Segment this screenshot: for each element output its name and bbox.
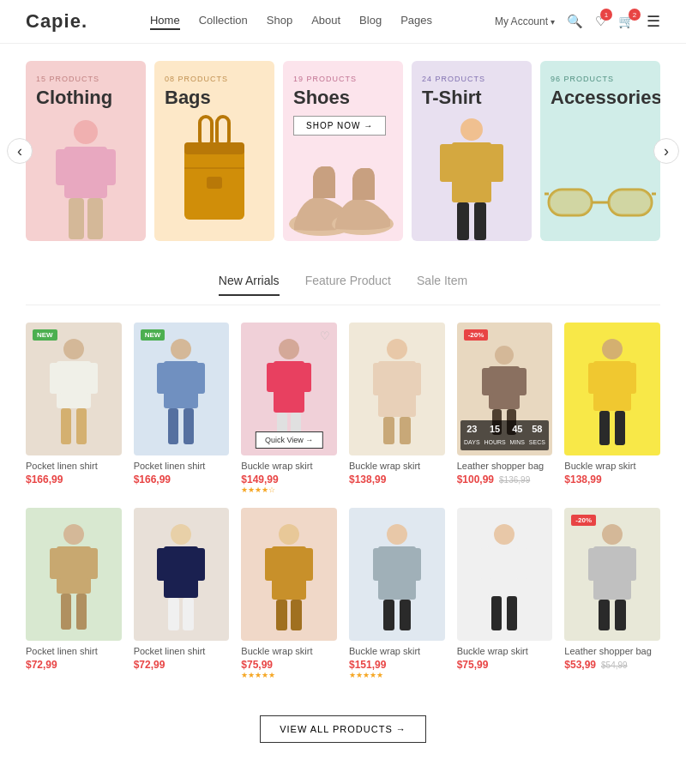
svg-rect-66 xyxy=(50,548,62,579)
svg-rect-80 xyxy=(276,600,287,630)
shoes-figure xyxy=(283,121,403,241)
product-card[interactable]: Buckle wrap skirt $151,99 ★★★★★ xyxy=(349,508,445,681)
product-name: Buckle wrap skirt xyxy=(349,461,445,471)
quick-view-btn[interactable]: Quick View → xyxy=(256,431,322,449)
tab-feature-product[interactable]: Feature Product xyxy=(305,274,391,296)
view-all-button[interactable]: VIEW ALL PRODUCTS → xyxy=(260,715,426,743)
svg-rect-16 xyxy=(452,142,491,202)
svg-rect-4 xyxy=(69,198,84,239)
svg-rect-91 xyxy=(516,548,528,579)
category-card-clothing[interactable]: 15 PRODUCTS Clothing xyxy=(26,61,146,241)
product-card[interactable]: ♡ Quick View → Buckle wrap skirt $149,99… xyxy=(241,323,337,496)
product-card[interactable]: -20% Leather shopper bag $53,99 $54,99 xyxy=(564,508,660,681)
arrow-left-button[interactable]: ‹ xyxy=(7,138,33,164)
clothing-figure xyxy=(26,112,146,241)
product-info: Buckle wrap skirt $75,99 ★★★★★ xyxy=(241,641,337,681)
nav-pages[interactable]: Pages xyxy=(400,14,432,30)
nav-about[interactable]: About xyxy=(311,14,340,30)
wishlist-badge: 1 xyxy=(600,9,612,21)
products-row-2: Pocket linen shirt $72,99 Pocket linen s… xyxy=(26,508,660,681)
product-card[interactable]: Buckle wrap skirt $75,99 ★★★★★ xyxy=(241,508,337,681)
svg-rect-74 xyxy=(168,598,179,630)
product-card[interactable]: NEW Pocket linen shirt $166,99 xyxy=(134,323,230,496)
svg-rect-85 xyxy=(410,548,421,581)
arrow-right-button[interactable]: › xyxy=(653,138,679,164)
product-image: ♡ Quick View → xyxy=(241,323,337,455)
svg-rect-69 xyxy=(76,594,87,630)
svg-rect-87 xyxy=(400,600,411,630)
svg-rect-22 xyxy=(549,190,592,215)
products-row-1: NEW Pocket linen shirt $166,99 NEW Pocke… xyxy=(26,323,660,496)
nav-blog[interactable]: Blog xyxy=(359,14,382,30)
product-info: Pocket linen shirt $72,99 xyxy=(26,641,122,672)
nav-home[interactable]: Home xyxy=(150,14,180,30)
cat-name: Accessories xyxy=(551,87,650,109)
category-card-tshirt[interactable]: 24 PRODUCTS T-Shirt xyxy=(412,61,532,241)
svg-rect-90 xyxy=(480,548,492,579)
svg-rect-24 xyxy=(609,190,652,215)
cat-count: 19 PRODUCTS xyxy=(293,75,393,83)
price-row: $72,99 xyxy=(134,659,230,671)
product-card[interactable]: Buckle wrap skirt $138,99 xyxy=(349,323,445,496)
price-new: $53,99 xyxy=(564,659,596,671)
svg-rect-79 xyxy=(301,548,313,581)
price-row: $72,99 xyxy=(26,659,122,671)
product-card[interactable]: -20% 23 DAYS 15 HOURS 45 MINS xyxy=(457,323,553,496)
product-image xyxy=(564,323,660,455)
header: Capie. Home Collection Shop About Blog P… xyxy=(0,0,686,44)
svg-rect-92 xyxy=(491,596,502,630)
product-image xyxy=(349,508,445,641)
chevron-left-icon: ‹ xyxy=(17,142,22,160)
price-new: $75,99 xyxy=(241,659,273,671)
svg-rect-68 xyxy=(61,594,71,630)
svg-rect-3 xyxy=(100,149,116,185)
price-new: $138,99 xyxy=(564,473,601,485)
category-card-accessories[interactable]: 96 PRODUCTS Accessories xyxy=(540,61,660,241)
product-card[interactable]: NEW Pocket linen shirt $166,99 xyxy=(26,323,122,496)
wishlist-heart[interactable]: ♡ xyxy=(320,329,330,342)
svg-rect-73 xyxy=(193,548,205,581)
svg-rect-42 xyxy=(267,363,279,392)
my-account[interactable]: My Account ▾ xyxy=(495,15,555,27)
svg-rect-60 xyxy=(588,363,599,394)
tab-sale-item[interactable]: Sale Item xyxy=(417,274,467,296)
product-card[interactable]: Buckle wrap skirt $138,99 xyxy=(564,323,660,496)
category-slider: 15 PRODUCTS Clothing 08 PRODUCTS Bags xyxy=(26,61,660,241)
svg-rect-19 xyxy=(457,202,469,240)
price-row: $166,99 xyxy=(26,473,122,485)
tshirt-figure xyxy=(412,112,532,241)
cat-count: 15 PRODUCTS xyxy=(36,75,135,83)
product-name: Buckle wrap skirt xyxy=(457,646,553,656)
nav-shop[interactable]: Shop xyxy=(267,14,292,30)
price-new: $166,99 xyxy=(134,473,171,485)
tab-new-arrials[interactable]: New Arrials xyxy=(219,274,280,296)
category-card-bags[interactable]: 08 PRODUCTS Bags xyxy=(154,61,274,241)
price-row: $138,99 xyxy=(349,473,445,485)
svg-point-15 xyxy=(460,118,483,141)
product-card[interactable]: Buckle wrap skirt $75,99 xyxy=(457,508,553,681)
nav-collection[interactable]: Collection xyxy=(199,14,248,30)
price-row: $75,99 xyxy=(457,659,553,671)
product-image: -20% 23 DAYS 15 HOURS 45 MINS xyxy=(457,323,553,455)
svg-rect-54 xyxy=(482,368,493,395)
price-new: $72,99 xyxy=(134,659,165,671)
svg-point-64 xyxy=(63,524,84,545)
countdown: 23 DAYS 15 HOURS 45 MINS 58 SECS xyxy=(460,420,550,450)
svg-rect-50 xyxy=(383,417,394,444)
product-image: -20% xyxy=(564,508,660,641)
menu-icon[interactable]: ☰ xyxy=(647,12,660,31)
product-card[interactable]: Pocket linen shirt $72,99 xyxy=(26,508,122,681)
product-info: Pocket linen shirt $72,99 xyxy=(134,641,230,672)
countdown-days: 23 DAYS xyxy=(464,424,480,447)
cat-name: Shoes xyxy=(293,87,393,109)
logo[interactable]: Capie. xyxy=(26,10,87,33)
svg-rect-5 xyxy=(87,198,103,239)
svg-rect-63 xyxy=(615,411,625,445)
product-info: Pocket linen shirt $166,99 xyxy=(134,455,230,487)
product-card[interactable]: Pocket linen shirt $72,99 xyxy=(134,508,230,681)
category-card-shoes[interactable]: 19 PRODUCTS Shoes SHOP NOW → xyxy=(283,61,403,241)
header-actions: My Account ▾ 🔍 ♡ 1 🛒 2 ☰ xyxy=(495,12,660,31)
wishlist-icon[interactable]: ♡ 1 xyxy=(595,14,606,29)
cart-icon[interactable]: 🛒 2 xyxy=(618,14,635,29)
search-icon[interactable]: 🔍 xyxy=(567,14,583,29)
